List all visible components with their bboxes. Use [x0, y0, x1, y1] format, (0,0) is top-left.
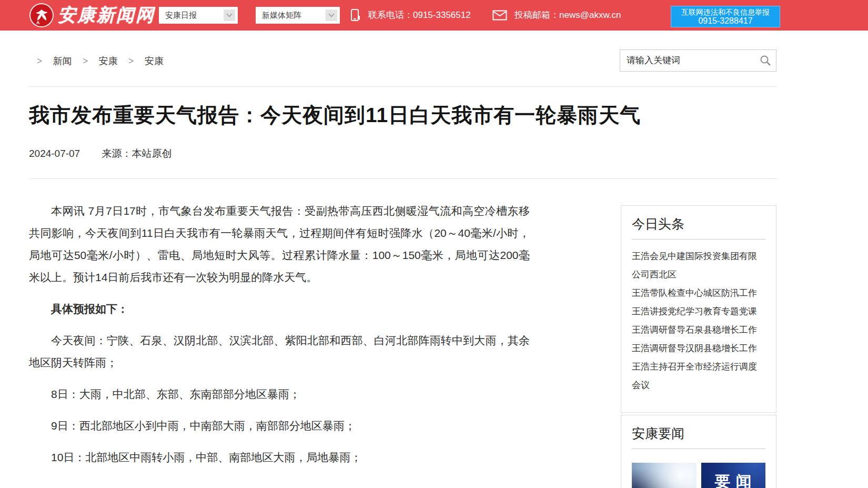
page: A 安康新闻网 安康日报 新媒体矩阵 联系电话：0915-3356512 投稿邮…	[0, 0, 868, 488]
breadcrumb-separator: >	[83, 56, 88, 66]
article-meta: 2024-07-07 来源：本站原创	[29, 147, 171, 161]
article-date: 2024-07-07	[29, 148, 80, 159]
submission-email: 投稿邮箱：news@akxw.cn	[514, 0, 621, 31]
illegal-content-report-button[interactable]: 互联网违法和不良信息举报 0915-3288417	[671, 6, 780, 27]
chevron-down-icon[interactable]	[326, 9, 337, 21]
paragraph-day8: 8日：大雨，中北部、东部、东南部部分地区暴雨；	[29, 383, 530, 405]
todays-headlines-panel: 今日头条 王浩会见中建国际投资集团有限公司西北区 王浩带队检查中心城区防汛工作 …	[621, 205, 776, 413]
mail-icon	[492, 10, 507, 21]
dropdown-label: 安康日报	[165, 11, 197, 21]
breadcrumb-item-ankang[interactable]: 安康	[99, 56, 118, 66]
ankang-news-title: 安康要闻	[632, 425, 765, 449]
phone-icon	[349, 8, 362, 23]
paragraph-day10: 10日：北部地区中雨转小雨，中部、南部地区大雨，局地暴雨；	[29, 446, 530, 469]
yaowen-graphic-thumbnail[interactable]: 要闻	[701, 463, 766, 488]
headline-link[interactable]: 王浩会见中建国际投资集团有限公司西北区	[632, 247, 765, 284]
search-input[interactable]	[620, 50, 755, 71]
search-box	[620, 49, 776, 72]
divider	[29, 86, 776, 87]
site-logo-icon: A	[29, 3, 54, 27]
breadcrumb-separator: >	[128, 56, 134, 66]
yaowen-label: 要闻	[710, 471, 757, 488]
todays-headlines-title: 今日头条	[632, 215, 765, 240]
paragraph-day9: 9日：西北部地区小到中雨，中南部大雨，南部部分地区暴雨；	[29, 415, 530, 437]
headline-link[interactable]: 王浩调研督导汉阴县稳增长工作	[632, 339, 765, 357]
divider	[29, 178, 776, 179]
dropdown-label: 新媒体矩阵	[262, 11, 301, 21]
chevron-down-icon[interactable]	[224, 9, 235, 21]
rain-photo-thumbnail[interactable]	[632, 463, 697, 488]
article-source: 来源：本站原创	[102, 148, 171, 159]
news-thumbnails: 要闻	[632, 463, 765, 488]
headline-link[interactable]: 王浩调研督导石泉县稳增长工作	[632, 321, 765, 339]
breadcrumb: > 新闻 > 安康 > 安康	[37, 51, 172, 72]
contact-phone: 联系电话：0915-3356512	[368, 0, 471, 31]
dropdown-new-media-matrix[interactable]: 新媒体矩阵	[256, 7, 340, 24]
ankang-news-panel: 安康要闻 要闻	[621, 415, 776, 488]
paragraph-intro: 本网讯 7月7日17时，市气象台发布重要天气报告：受副热带高压西北侧暖湿气流和高…	[29, 200, 530, 288]
breadcrumb-item-news[interactable]: 新闻	[53, 56, 72, 66]
article-body: 本网讯 7月7日17时，市气象台发布重要天气报告：受副热带高压西北侧暖湿气流和高…	[29, 200, 530, 478]
headline-link[interactable]: 王浩主持召开全市经济运行调度会议	[632, 357, 765, 394]
paragraph-tonight: 今天夜间：宁陕、石泉、汉阴北部、汉滨北部、紫阳北部和西部、白河北部阵雨转中到大雨…	[29, 330, 530, 374]
report-button-line1: 互联网违法和不良信息举报	[681, 8, 770, 16]
headline-link[interactable]: 王浩带队检查中心城区防汛工作	[632, 284, 765, 302]
breadcrumb-separator: >	[37, 56, 42, 66]
logo-letter-a: A	[36, 20, 40, 25]
paragraph-forecast-heading: 具体预报如下：	[29, 298, 530, 320]
breadcrumb-item-ankang-2[interactable]: 安康	[145, 56, 164, 66]
article-title: 我市发布重要天气报告：今天夜间到11日白天我市有一轮暴雨天气	[29, 102, 734, 129]
site-logo[interactable]: A 安康新闻网	[29, 3, 155, 28]
dropdown-ankang-daily[interactable]: 安康日报	[159, 7, 238, 24]
top-header-bar: A 安康新闻网 安康日报 新媒体矩阵 联系电话：0915-3356512 投稿邮…	[0, 0, 868, 31]
report-button-line2: 0915-3288417	[698, 16, 752, 26]
search-icon[interactable]	[760, 55, 771, 66]
site-name: 安康新闻网	[58, 3, 155, 27]
headline-list: 王浩会见中建国际投资集团有限公司西北区 王浩带队检查中心城区防汛工作 王浩讲授党…	[632, 247, 765, 394]
headline-link[interactable]: 王浩讲授党纪学习教育专题党课	[632, 302, 765, 321]
